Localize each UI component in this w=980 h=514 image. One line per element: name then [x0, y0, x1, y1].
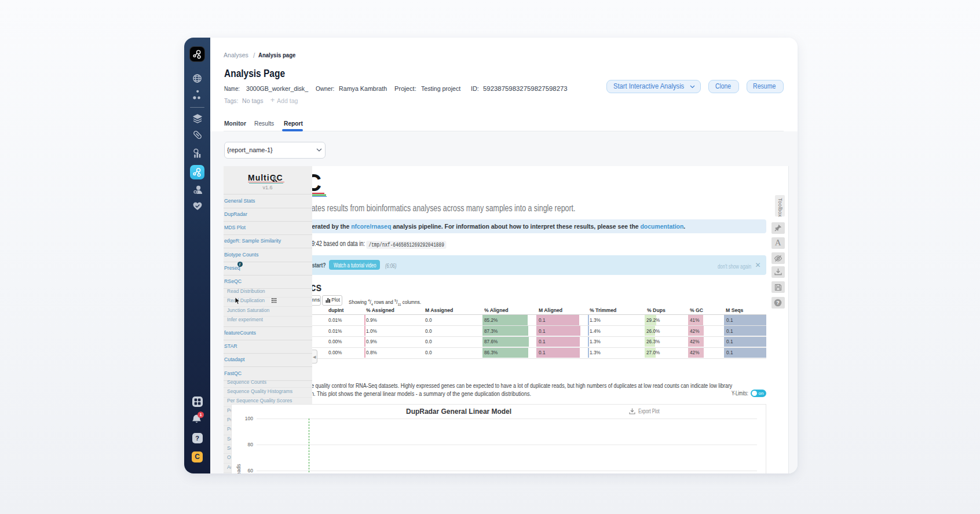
svg-text:?: ? [777, 300, 780, 306]
